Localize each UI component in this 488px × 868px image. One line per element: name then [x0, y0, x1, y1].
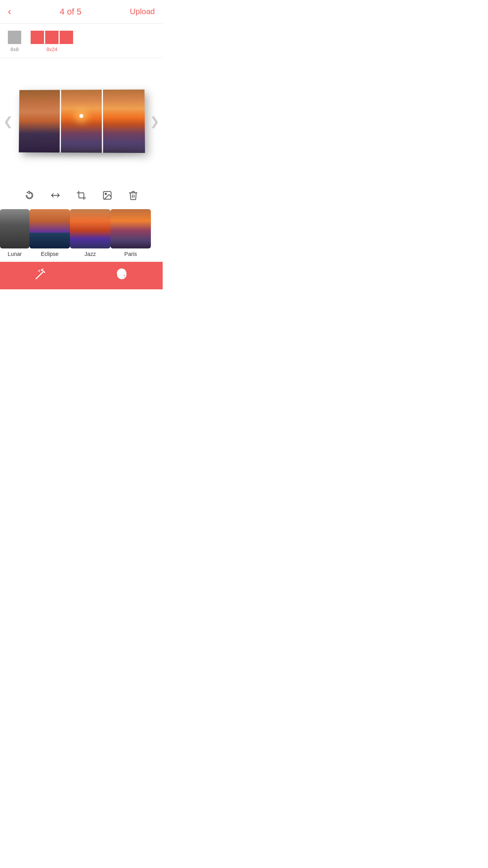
size-label-8x24: 8x24: [46, 46, 57, 52]
magic-wand-icon: [35, 268, 46, 280]
filter-item-lunar[interactable]: Lunar: [0, 209, 29, 257]
filter-thumb-paris: [110, 209, 151, 248]
triptych-panel-2: [61, 90, 102, 153]
rotate-icon: [24, 190, 35, 200]
image-button[interactable]: [102, 190, 112, 203]
size-icon-triple: [31, 31, 73, 44]
delete-button[interactable]: [128, 190, 138, 203]
size-icon-single: [8, 31, 21, 44]
filter-item-jazz[interactable]: Jazz: [70, 209, 110, 257]
rotate-button[interactable]: [24, 190, 35, 203]
filter-label-paris: Paris: [125, 251, 137, 257]
canvas-area: ❮ ❯: [0, 58, 163, 184]
triple-panel-2: [45, 31, 59, 44]
prev-arrow[interactable]: ❮: [3, 114, 13, 128]
filter-thumb-eclipse: [29, 209, 70, 248]
crop-button[interactable]: [76, 190, 86, 203]
size-option-8x24[interactable]: 8x24: [31, 31, 73, 52]
triple-panel-1: [31, 31, 44, 44]
triptych-canvas: [19, 90, 145, 153]
water-3: [103, 127, 145, 153]
flip-icon: [50, 190, 61, 200]
magic-wand-button[interactable]: [35, 268, 46, 283]
filter-strip: Lunar Eclipse Jazz Paris: [0, 209, 163, 261]
app-header: ‹ 4 of 5 Upload: [0, 0, 163, 24]
upload-button[interactable]: Upload: [130, 7, 155, 16]
image-icon: [102, 190, 112, 200]
trash-icon: [128, 190, 138, 200]
triptych-wrapper: [18, 90, 144, 153]
palette-button[interactable]: [116, 268, 128, 283]
filter-thumb-jazz: [70, 209, 110, 248]
palette-icon: [116, 268, 128, 281]
triple-panel-3: [60, 31, 73, 44]
bottom-bar: [0, 262, 163, 289]
canvas-shadow: [22, 151, 140, 156]
filter-thumb-lunar: [0, 209, 29, 248]
triptych-panel-1: [19, 90, 60, 153]
back-button[interactable]: ‹: [8, 6, 11, 18]
svg-line-2: [36, 272, 43, 279]
flip-button[interactable]: [50, 190, 61, 203]
triptych-panel-3: [103, 90, 145, 153]
size-option-8x8[interactable]: 8x8: [8, 31, 21, 52]
filter-label-lunar: Lunar: [8, 251, 22, 257]
page-title: 4 of 5: [60, 7, 81, 17]
svg-point-1: [105, 193, 106, 195]
crop-icon: [76, 190, 86, 200]
next-arrow[interactable]: ❯: [150, 114, 160, 128]
island-silhouette: [19, 108, 60, 153]
filter-label-jazz: Jazz: [84, 251, 96, 257]
filter-item-paris[interactable]: Paris: [110, 209, 151, 257]
size-label-8x8: 8x8: [11, 46, 19, 52]
filter-item-eclipse[interactable]: Eclipse: [29, 209, 70, 257]
toolbar: [0, 184, 163, 209]
water-2: [61, 127, 102, 153]
water-1: [19, 127, 60, 153]
size-selector: 8x8 8x24: [0, 24, 163, 58]
filter-label-eclipse: Eclipse: [41, 251, 59, 257]
